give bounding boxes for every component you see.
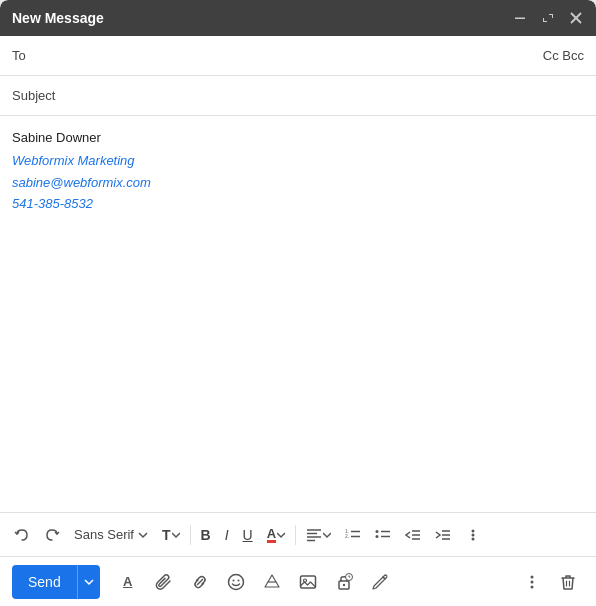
subject-label: Subject xyxy=(12,88,55,103)
svg-point-11 xyxy=(376,530,379,533)
undo-button[interactable] xyxy=(8,520,36,550)
link-icon xyxy=(191,573,209,591)
redo-button[interactable] xyxy=(38,520,66,550)
bullet-list-button[interactable] xyxy=(369,520,397,550)
to-row: To Cc Bcc xyxy=(0,36,596,76)
contact-company: Webformix Marketing xyxy=(12,151,584,172)
compose-title: New Message xyxy=(12,10,104,26)
font-size-chevron-icon xyxy=(172,531,180,539)
subject-row: Subject xyxy=(0,76,596,116)
formatting-toolbar: Sans Serif T B I U A xyxy=(0,512,596,556)
more-dots-icon xyxy=(523,573,541,591)
to-input[interactable] xyxy=(44,48,543,63)
svg-point-37 xyxy=(531,575,534,578)
subject-input[interactable] xyxy=(63,88,584,103)
align-icon xyxy=(306,528,322,542)
toolbar-divider-2 xyxy=(295,525,296,545)
svg-point-23 xyxy=(472,537,475,540)
more-formatting-icon xyxy=(465,527,481,543)
more-button[interactable] xyxy=(516,566,548,598)
contact-email: sabine@webformix.com xyxy=(12,173,584,194)
trash-icon xyxy=(559,573,577,591)
svg-point-26 xyxy=(232,579,234,581)
bottom-toolbar: Send A xyxy=(0,556,596,606)
lock-clock-icon xyxy=(335,573,353,591)
compose-window: New Message To Cc Bcc xyxy=(0,0,596,606)
title-bar: New Message xyxy=(0,0,596,36)
svg-text:2.: 2. xyxy=(345,533,349,539)
send-button-group: Send xyxy=(12,565,100,599)
more-formatting-button[interactable] xyxy=(459,520,487,550)
indent-decrease-icon xyxy=(405,528,421,542)
italic-label: I xyxy=(225,527,229,543)
svg-point-39 xyxy=(531,585,534,588)
title-bar-actions xyxy=(512,10,584,26)
text-color-label: A xyxy=(267,527,276,543)
svg-point-27 xyxy=(237,579,239,581)
text-color-chevron-icon xyxy=(277,531,285,539)
edit-button[interactable] xyxy=(364,566,396,598)
to-label: To xyxy=(12,48,36,63)
font-family-button[interactable]: Sans Serif xyxy=(68,520,154,550)
bold-button[interactable]: B xyxy=(195,520,217,550)
delete-button[interactable] xyxy=(552,566,584,598)
formatting-toggle-button[interactable]: A xyxy=(112,566,144,598)
italic-button[interactable]: I xyxy=(219,520,235,550)
expand-button[interactable] xyxy=(540,10,556,26)
more-options-button[interactable] xyxy=(328,566,360,598)
attach-icon xyxy=(155,573,173,591)
toolbar-divider-1 xyxy=(190,525,191,545)
close-icon xyxy=(570,12,582,24)
send-dropdown-button[interactable] xyxy=(77,565,100,599)
emoji-button[interactable] xyxy=(220,566,252,598)
font-size-button[interactable]: T xyxy=(156,520,186,550)
photo-button[interactable] xyxy=(292,566,324,598)
photo-icon xyxy=(299,573,317,591)
svg-point-25 xyxy=(228,574,243,589)
font-family-label: Sans Serif xyxy=(74,527,134,542)
redo-icon xyxy=(44,527,60,543)
svg-point-21 xyxy=(472,529,475,532)
send-button[interactable]: Send xyxy=(12,565,77,599)
svg-point-33 xyxy=(343,583,345,585)
align-button[interactable] xyxy=(300,520,337,550)
link-button[interactable] xyxy=(184,566,216,598)
cc-bcc-button[interactable]: Cc Bcc xyxy=(543,48,584,63)
drive-icon xyxy=(263,573,281,591)
contact-phone: 541-385-8532 xyxy=(12,194,584,215)
svg-marker-28 xyxy=(265,575,279,587)
numbered-list-button[interactable]: 1. 2. xyxy=(339,520,367,550)
body-area[interactable]: Sabine Downer Webformix Marketing sabine… xyxy=(0,116,596,512)
text-color-button[interactable]: A xyxy=(261,520,291,550)
svg-point-31 xyxy=(303,579,306,582)
numbered-list-icon: 1. 2. xyxy=(345,528,361,542)
align-chevron-icon xyxy=(323,531,331,539)
font-size-label: T xyxy=(162,527,171,543)
drive-button[interactable] xyxy=(256,566,288,598)
svg-point-13 xyxy=(376,535,379,538)
close-button[interactable] xyxy=(568,10,584,26)
underline-label: U xyxy=(243,527,253,543)
minimize-icon xyxy=(514,12,526,24)
svg-rect-0 xyxy=(515,18,525,20)
bullet-list-icon xyxy=(375,528,391,542)
attach-button[interactable] xyxy=(148,566,180,598)
undo-icon xyxy=(14,527,30,543)
bold-label: B xyxy=(201,527,211,543)
svg-point-38 xyxy=(531,580,534,583)
svg-point-22 xyxy=(472,533,475,536)
emoji-icon xyxy=(227,573,245,591)
minimize-button[interactable] xyxy=(512,10,528,26)
edit-icon xyxy=(371,573,389,591)
chevron-down-icon xyxy=(138,530,148,540)
indent-increase-button[interactable] xyxy=(429,520,457,550)
send-dropdown-chevron-icon xyxy=(84,577,94,587)
underline-button[interactable]: U xyxy=(237,520,259,550)
formatting-toggle-label: A xyxy=(123,574,132,589)
indent-decrease-button[interactable] xyxy=(399,520,427,550)
expand-icon xyxy=(542,12,554,24)
indent-increase-icon xyxy=(435,528,451,542)
contact-name: Sabine Downer xyxy=(12,128,584,149)
svg-rect-30 xyxy=(300,576,315,588)
